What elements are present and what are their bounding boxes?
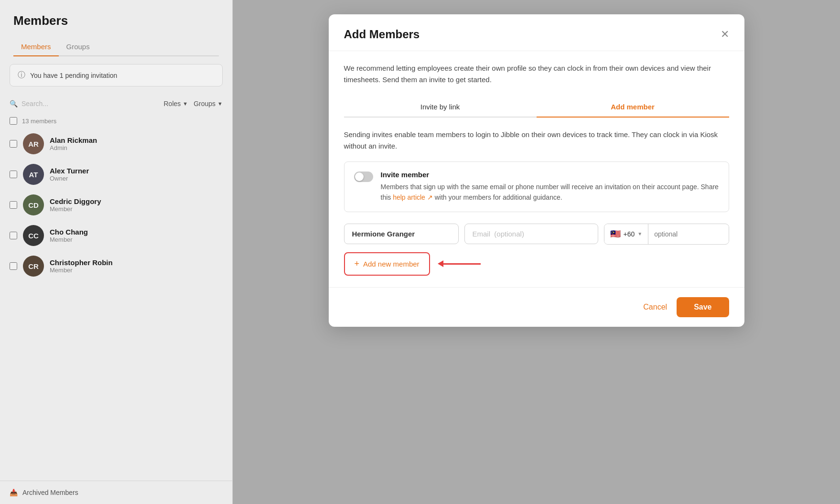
avatar: AR xyxy=(23,133,44,154)
phone-prefix-label: +60 xyxy=(624,230,635,238)
groups-filter[interactable]: Groups ▼ xyxy=(194,100,223,107)
invite-member-toggle[interactable] xyxy=(354,172,373,182)
add-member-label: Add new member xyxy=(363,260,420,268)
list-item: AR Alan Rickman Admin xyxy=(0,129,232,159)
phone-prefix-selector[interactable]: 🇲🇾 +60 ▼ xyxy=(604,224,649,244)
member-name: Alex Turner xyxy=(50,167,89,175)
page-title: Members xyxy=(13,13,219,28)
tab-bar: Members Groups xyxy=(13,38,219,56)
plus-icon: + xyxy=(355,259,360,269)
modal-tab-bar: Invite by link Add member xyxy=(344,97,729,118)
invite-member-title: Invite member xyxy=(381,171,719,179)
member-checkbox[interactable] xyxy=(10,201,17,209)
pending-text: You have 1 pending invitation xyxy=(30,72,117,79)
member-role: Owner xyxy=(50,175,89,182)
member-name: Alan Rickman xyxy=(50,136,97,144)
member-checkbox[interactable] xyxy=(10,171,17,178)
member-name: Cedric Diggory xyxy=(50,197,101,205)
left-panel: Members Members Groups ⓘ You have 1 pend… xyxy=(0,0,233,504)
member-role: Member xyxy=(50,267,113,274)
member-name-input[interactable] xyxy=(344,224,459,244)
member-email-input[interactable] xyxy=(464,224,598,244)
chevron-down-icon: ▼ xyxy=(217,101,223,107)
archive-icon: 📥 xyxy=(10,489,18,496)
list-item: CD Cedric Diggory Member xyxy=(0,190,232,220)
avatar: CD xyxy=(23,194,44,215)
search-box[interactable]: 🔍 Search... xyxy=(10,100,158,107)
invite-member-box: Invite member Members that sign up with … xyxy=(344,161,729,212)
avatar: CC xyxy=(23,225,44,246)
left-header: Members Members Groups xyxy=(0,0,232,56)
add-row: + Add new member xyxy=(344,252,729,276)
invite-member-text: Members that sign up with the same email… xyxy=(381,182,719,203)
modal-overlay: Add Members ✕ We recommend letting emplo… xyxy=(233,0,840,504)
arrow-shaft xyxy=(442,263,481,265)
member-checkbox[interactable] xyxy=(10,140,17,148)
member-name: Cho Chang xyxy=(50,228,88,236)
arrow-indicator xyxy=(438,260,481,267)
modal-footer: Cancel Save xyxy=(329,287,744,327)
pending-invitation-banner: ⓘ You have 1 pending invitation xyxy=(10,64,223,86)
member-info: Cedric Diggory Member xyxy=(50,197,101,213)
archived-members-link[interactable]: 📥 Archived Members xyxy=(0,481,232,504)
list-item: CC Cho Chang Member xyxy=(0,220,232,251)
search-icon: 🔍 xyxy=(10,100,18,107)
avatar: CR xyxy=(23,256,44,277)
avatar: AT xyxy=(23,164,44,185)
cancel-button[interactable]: Cancel xyxy=(643,303,667,311)
member-info: Alex Turner Owner xyxy=(50,167,89,182)
modal-header: Add Members ✕ xyxy=(329,14,744,51)
member-checkbox[interactable] xyxy=(10,232,17,239)
add-members-modal: Add Members ✕ We recommend letting emplo… xyxy=(329,14,744,327)
member-count-row: 13 members xyxy=(0,113,232,129)
add-new-member-button[interactable]: + Add new member xyxy=(344,252,430,276)
roles-label: Roles xyxy=(164,100,181,107)
member-checkbox[interactable] xyxy=(10,262,17,270)
info-icon: ⓘ xyxy=(18,70,25,80)
member-role: Member xyxy=(50,236,88,243)
modal-description: We recommend letting employees create th… xyxy=(344,63,729,86)
modal-title: Add Members xyxy=(344,28,420,41)
roles-filter[interactable]: Roles ▼ xyxy=(164,100,188,107)
invite-description: Sending invites enable team members to l… xyxy=(344,129,729,152)
search-filter-bar: 🔍 Search... Roles ▼ Groups ▼ xyxy=(0,94,232,113)
member-count-label: 13 members xyxy=(22,118,56,125)
member-name: Christopher Robin xyxy=(50,258,113,267)
member-role: Admin xyxy=(50,144,97,151)
list-item: AT Alex Turner Owner xyxy=(0,159,232,190)
search-placeholder: Search... xyxy=(22,100,48,107)
malaysia-flag: 🇲🇾 xyxy=(610,229,621,239)
member-info: Alan Rickman Admin xyxy=(50,136,97,151)
chevron-down-icon: ▼ xyxy=(183,101,188,107)
tab-groups[interactable]: Groups xyxy=(59,38,97,56)
list-item: CR Christopher Robin Member xyxy=(0,251,232,281)
phone-group: 🇲🇾 +60 ▼ xyxy=(604,224,729,245)
close-button[interactable]: ✕ xyxy=(721,29,729,40)
member-role: Member xyxy=(50,205,101,213)
tab-invite-by-link[interactable]: Invite by link xyxy=(344,97,537,118)
archived-label: Archived Members xyxy=(22,489,78,496)
save-button[interactable]: Save xyxy=(677,297,729,317)
tab-members[interactable]: Members xyxy=(13,38,59,56)
groups-label: Groups xyxy=(194,100,215,107)
member-form-row: 🇲🇾 +60 ▼ xyxy=(344,224,729,245)
chevron-down-icon: ▼ xyxy=(637,231,642,236)
select-all-checkbox[interactable] xyxy=(10,117,17,125)
invite-text-after: with your members for additional guidanc… xyxy=(433,193,562,201)
member-list: AR Alan Rickman Admin AT Alex Turner Own… xyxy=(0,129,232,481)
member-info: Christopher Robin Member xyxy=(50,258,113,274)
member-info: Cho Chang Member xyxy=(50,228,88,243)
modal-body: We recommend letting employees create th… xyxy=(329,51,744,287)
help-article-link[interactable]: help article ↗ xyxy=(393,193,433,201)
invite-member-content: Invite member Members that sign up with … xyxy=(381,171,719,203)
tab-add-member[interactable]: Add member xyxy=(537,97,729,118)
phone-input[interactable] xyxy=(648,225,729,243)
